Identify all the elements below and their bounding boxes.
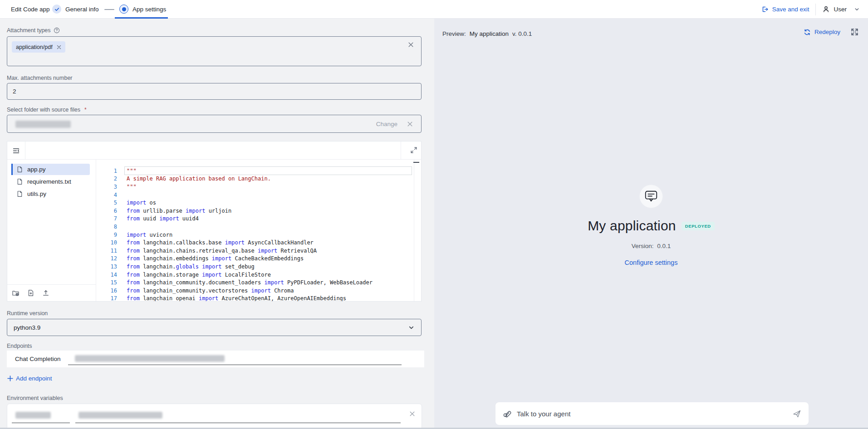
file-name: requirements.txt: [27, 178, 71, 185]
source-folder-label: Select folder with source files *: [7, 107, 87, 113]
user-icon: [822, 5, 830, 13]
line-number: 2: [96, 176, 117, 182]
code-line-17: 17from langchain_openai import AzureChat…: [96, 295, 414, 302]
app-version: Version: 0.0.1: [434, 243, 868, 249]
fullscreen-icon[interactable]: [850, 28, 859, 36]
check-icon: [52, 5, 61, 14]
file-browser: app.pyrequirements.txtutils.py 1"""2A si…: [7, 141, 422, 302]
endpoints-label: Endpoints: [7, 343, 32, 349]
line-number: 12: [96, 255, 117, 262]
refresh-icon: [804, 29, 811, 36]
attachment-types-label: Attachment types: [7, 27, 60, 34]
user-label: User: [834, 6, 847, 13]
code-editor[interactable]: 1"""2A simple RAG application based on L…: [96, 160, 421, 301]
line-number: 16: [96, 288, 117, 294]
upload-file-icon[interactable]: [42, 289, 49, 297]
redacted-folder-name: [15, 121, 71, 128]
user-menu[interactable]: User: [822, 5, 860, 13]
line-number: 10: [96, 239, 117, 246]
send-message-icon[interactable]: [792, 409, 801, 418]
line-number: 9: [96, 232, 117, 238]
code-line-11: 11from langchain.chains.retrieval_qa.bas…: [96, 247, 414, 255]
code-line-12: 12from langchain.embeddings import Cache…: [96, 255, 414, 263]
attachment-tag[interactable]: application/pdf: [12, 41, 65, 53]
endpoint-name[interactable]: Chat Completion: [15, 356, 66, 362]
step-general-info[interactable]: General info: [52, 5, 99, 14]
change-folder-button[interactable]: Change: [376, 121, 397, 127]
env-value-field[interactable]: [75, 410, 401, 423]
page-title: Edit Code app: [11, 6, 50, 13]
clear-folder-icon[interactable]: [407, 121, 413, 127]
line-number: 13: [96, 263, 117, 270]
runtime-version-select[interactable]: python3.9: [7, 319, 422, 336]
plus-icon: [7, 375, 13, 381]
file-tree: app.pyrequirements.txtutils.py: [7, 160, 96, 301]
code-line-9: 9import uvicorn: [96, 231, 414, 239]
save-and-exit-button[interactable]: Save and exit: [761, 5, 809, 13]
fold-all-icon[interactable]: [413, 162, 419, 163]
code-line-4: 4: [96, 191, 414, 199]
code-line-5: 5import os: [96, 199, 414, 207]
topbar-divider: [815, 4, 816, 15]
chevron-down-icon: [854, 6, 860, 12]
step-app-settings[interactable]: App settings: [119, 5, 166, 14]
redacted-env-key: [15, 412, 51, 419]
endpoint-url-field[interactable]: [68, 353, 402, 365]
line-number: 11: [96, 248, 117, 254]
remove-tag-icon[interactable]: [57, 45, 61, 49]
environment-variables-label: Environment variables: [7, 395, 63, 401]
env-key-field[interactable]: [12, 410, 70, 423]
file-tree-item-app.py[interactable]: app.py: [11, 164, 90, 175]
collapse-tree-icon[interactable]: [7, 141, 25, 160]
active-step-underline: [115, 17, 168, 19]
line-number: 4: [96, 192, 117, 198]
configure-settings-link[interactable]: Configure settings: [434, 259, 868, 266]
add-endpoint-button[interactable]: Add endpoint: [7, 375, 52, 382]
remove-env-variable-icon[interactable]: [409, 411, 415, 417]
app-settings-form: Attachment types application/pdf Max. at…: [0, 19, 434, 429]
new-folder-icon[interactable]: [12, 289, 20, 297]
new-file-icon[interactable]: [27, 289, 34, 297]
code-line-1: 1""": [96, 167, 414, 175]
exit-icon: [761, 5, 769, 13]
attachment-types-input[interactable]: application/pdf: [7, 36, 422, 66]
max-attachments-input[interactable]: 2: [7, 83, 422, 100]
agent-chat-input[interactable]: Talk to your agent: [495, 402, 809, 425]
step-connector: [104, 9, 114, 10]
add-endpoint-label: Add endpoint: [16, 375, 52, 382]
redacted-env-value: [78, 412, 162, 419]
line-number: 8: [96, 224, 117, 230]
expand-editor-icon[interactable]: [410, 146, 417, 154]
code-line-10: 10from langchain.callbacks.base import A…: [96, 239, 414, 247]
code-line-14: 14from langchain.storage import LocalFil…: [96, 271, 414, 279]
clear-attachments-icon[interactable]: [408, 42, 414, 48]
help-icon[interactable]: [54, 27, 60, 34]
preview-header: Preview: My application v. 0.0.1: [442, 30, 532, 37]
attach-file-icon[interactable]: [503, 410, 511, 418]
preview-label: Preview:: [442, 30, 466, 37]
editor-scroll-gutter[interactable]: [414, 160, 421, 301]
file-tree-item-utils.py[interactable]: utils.py: [11, 188, 90, 200]
preview-app-version: v. 0.0.1: [512, 30, 532, 37]
top-bar: Edit Code app General info App settings …: [0, 0, 868, 19]
runtime-version-value: python3.9: [14, 324, 40, 331]
redacted-endpoint-url: [75, 355, 225, 362]
max-attachments-value: 2: [13, 88, 16, 95]
line-number: 1: [96, 168, 117, 174]
required-mark: *: [84, 107, 87, 113]
chat-bubble-icon: [639, 185, 663, 208]
preview-panel: Preview: My application v. 0.0.1 Redeplo…: [434, 19, 868, 429]
preview-app-name: My application: [470, 30, 509, 37]
deployed-badge: DEPLOYED: [682, 222, 715, 230]
code-line-7: 7from uuid import uuid4: [96, 215, 414, 223]
file-tree-item-requirements.txt[interactable]: requirements.txt: [11, 176, 90, 187]
source-folder-input[interactable]: Change: [7, 115, 422, 133]
redeploy-button[interactable]: Redeploy: [804, 29, 840, 36]
file-tree-toolbar: [7, 284, 96, 301]
line-number: 14: [96, 272, 117, 278]
step-label: App settings: [132, 6, 166, 13]
line-number: 17: [96, 295, 117, 301]
code-line-15: 15from langchain_community.document_load…: [96, 278, 414, 287]
line-number: 6: [96, 208, 117, 214]
file-browser-header: [7, 141, 421, 160]
